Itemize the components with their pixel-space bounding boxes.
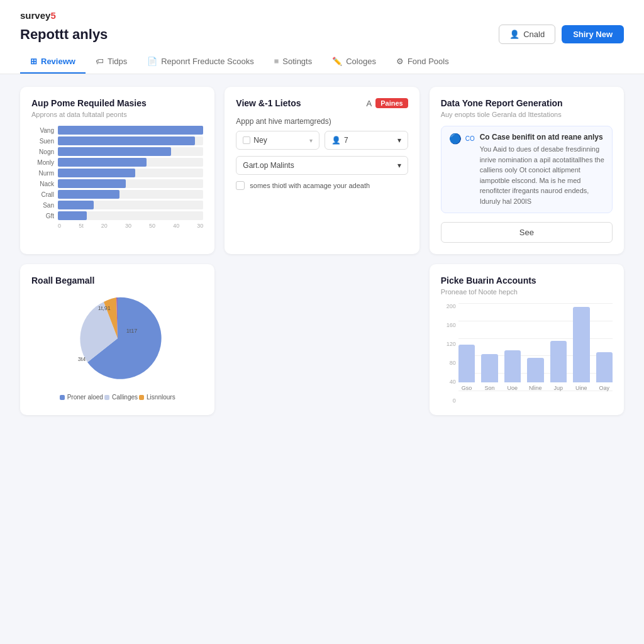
legend-dot-2 (104, 395, 109, 400)
pie-svg (74, 294, 162, 382)
select-ney[interactable]: Ney ▾ (236, 131, 319, 150)
user-icon: 👤 (509, 30, 519, 39)
bar-row: San (31, 201, 203, 209)
card-bottom-mid-empty (225, 264, 419, 415)
card-bottom-left-title: Roall Begamall (31, 275, 203, 286)
list-icon: ≡ (274, 57, 279, 66)
bar-col: Jup (550, 341, 567, 391)
tab-tidps[interactable]: 🏷 Tidps (86, 50, 137, 74)
card-bottom-right-title: Picke Buarin Accounts (441, 275, 613, 286)
y-axis: 200 160 120 80 40 0 (441, 303, 458, 404)
pie-annotation-3: 3t4 (78, 356, 86, 362)
main-content: Aup Pome Requiled Masies Approns at data… (0, 74, 644, 428)
checkbox-label: somes thiotl with acamage your adeath (250, 182, 370, 189)
bar-axis: 0 5t 20 30 50 40 30 (31, 223, 203, 229)
bar-row: Nurm (31, 169, 203, 177)
page-title: Repottt anlys (20, 26, 108, 43)
tab-revieww[interactable]: ⊞ Revieww (20, 50, 86, 74)
person-icon: 👤 (331, 136, 341, 145)
pie-annotation-2: 1t17 (126, 328, 138, 334)
tab-cologes[interactable]: ✏️ Cologes (322, 50, 386, 74)
bar-row: Gft (31, 211, 203, 220)
tab-settings[interactable]: ≡ Sotingts (264, 50, 323, 74)
card-bottom-right: Picke Buarin Accounts Proneae tof Noote … (430, 264, 624, 415)
brand-name: survey5 (20, 10, 56, 21)
ai-option-title: Co Case benifit on atd reane anlys (480, 133, 604, 142)
form-sublabel: Appp ant hive martemgreds) (236, 117, 408, 126)
horizontal-bar-chart: VangSuenNognMonlyNurmNackCrallSanGft (31, 126, 203, 220)
tag-icon: 🏷 (96, 57, 104, 66)
bar-col: Gso (458, 345, 475, 391)
bar-row: Nogn (31, 147, 203, 156)
legend-dot-1 (60, 395, 65, 400)
ai-option: 🔵 CO Co Case benifit on atd reane anlys … (441, 126, 613, 213)
card-top-left-subtitle: Approns at data fultatall peonts (31, 111, 203, 118)
legend-item-3: Lisnnlours (139, 394, 175, 401)
bar-col: Son (481, 354, 497, 391)
grid-icon: ⊞ (30, 57, 37, 66)
header-actions: 👤 Cnald Shiry New (499, 25, 624, 44)
pie-annotation-1: 1t,91 (98, 305, 111, 311)
ai-option-body: You Aaid to dues of desabe fresdinning i… (480, 144, 604, 206)
bar-col: Uine (573, 307, 589, 391)
pie-chart: 1t,91 1t17 3t4 (74, 294, 162, 382)
checkbox-icon (243, 136, 250, 144)
legend-item-2: Callinges (104, 394, 138, 401)
card-right-title: Data Yone Report Generation (441, 98, 613, 108)
brand: survey5 (20, 10, 624, 21)
shiry-new-button[interactable]: Shiry New (562, 25, 624, 43)
card-right-subtitle: Auy enopts tiole Geranla dd Ittestations (441, 111, 613, 118)
v-bars-area: GsoSonUoeNlineJupUineOay (458, 303, 613, 404)
select-gartop[interactable]: Gart.op Malints ▾ (236, 156, 408, 175)
nav-tabs: ⊞ Revieww 🏷 Tidps 📄 Reponrt Freducte Sco… (20, 50, 624, 74)
bar-row: Monly (31, 158, 203, 167)
checkbox-row: somes thiotl with acamage your adeath (236, 181, 408, 190)
settings-icon: ⚙ (396, 57, 404, 66)
top-bar: survey5 Repottt anlys 👤 Cnald Shiry New … (0, 0, 644, 74)
chevron-down-icon-3: ▾ (397, 161, 401, 170)
card-top-mid: View &-1 Lietos A Paines Appp ant hive m… (225, 87, 419, 254)
form-header: View &-1 Lietos A Paines (236, 98, 408, 111)
card-bottom-right-subtitle: Proneae tof Noote hepch (441, 288, 613, 296)
bar-row: Nack (31, 179, 203, 188)
tab-report[interactable]: 📄 Reponrt Freducte Scooks (137, 50, 264, 74)
cnald-button[interactable]: 👤 Cnald (499, 25, 555, 44)
card-bottom-left: Roall Begamall 1t,91 1t17 3t4 (20, 264, 214, 415)
vertical-bar-chart: GsoSonUoeNlineJupUineOay (458, 303, 613, 404)
pie-chart-container: 1t,91 1t17 3t4 Proner aloed Callinges Li… (31, 288, 203, 401)
card-top-left-title: Aup Pome Requiled Masies (31, 98, 203, 108)
legend-item-1: Proner aloed (60, 394, 103, 401)
bar-row: Suen (31, 136, 203, 145)
bar-col: Nline (527, 358, 543, 391)
card-top-left: Aup Pome Requiled Masies Approns at data… (20, 87, 214, 254)
see-button[interactable]: See (441, 222, 613, 243)
form-header-label: A (367, 99, 372, 108)
tab-fond-pools[interactable]: ⚙ Fond Pools (386, 50, 459, 74)
form-selects-row: Ney ▾ 👤 7 ▾ (236, 131, 408, 150)
badge-paines: Paines (375, 98, 408, 108)
bar-row: Vang (31, 126, 203, 135)
chevron-down-icon-2: ▾ (397, 136, 401, 145)
bar-col: Uoe (504, 350, 521, 391)
pie-legend: Proner aloed Callinges Lisnnlours (60, 394, 175, 401)
header-row: Repottt anlys 👤 Cnald Shiry New (20, 25, 624, 44)
edit-icon: ✏️ (332, 57, 342, 66)
checkbox-input[interactable] (236, 181, 245, 190)
select-7[interactable]: 👤 7 ▾ (325, 131, 408, 150)
card-top-right: Data Yone Report Generation Auy enopts t… (430, 87, 624, 254)
chevron-down-icon: ▾ (309, 137, 313, 144)
bar-col: Oay (596, 352, 613, 391)
ai-icon: 🔵 (449, 133, 462, 145)
file-icon: 📄 (147, 57, 157, 66)
bar-row: Crall (31, 190, 203, 199)
card-mid-title: View &-1 Lietos (236, 98, 301, 108)
v-chart-wrapper: 200 160 120 80 40 0 GsoSonUoeNlineJupUin… (441, 303, 613, 404)
legend-dot-3 (139, 395, 144, 400)
ai-label: CO (465, 135, 475, 142)
